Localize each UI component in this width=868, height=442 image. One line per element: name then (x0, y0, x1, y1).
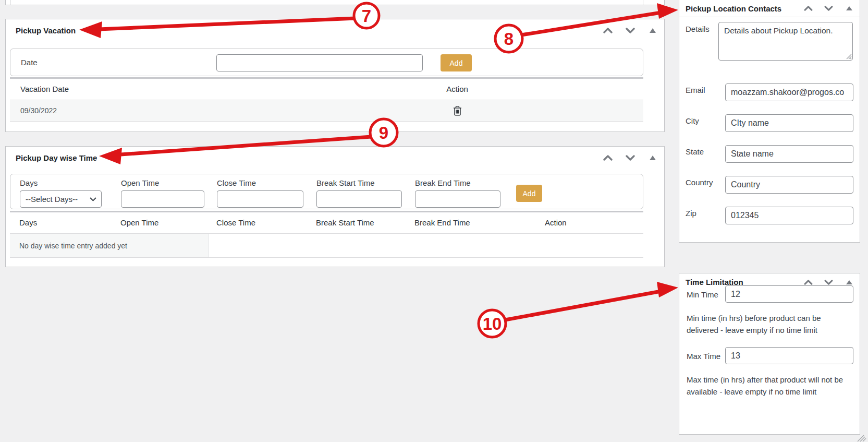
sliver-inner-right-border (643, 0, 643, 5)
date-label: Date (21, 58, 38, 67)
panel-time-limitation: Time Limitation Min Time Min time (in hr… (679, 273, 860, 435)
city-label: City (686, 116, 699, 125)
svg-text:10: 10 (483, 314, 502, 333)
empty-row-text: No day wise time entry added yet (19, 242, 127, 250)
move-down-icon[interactable] (824, 280, 833, 285)
panel-pickup-location-contacts: Pickup Location Contacts Details Details… (679, 0, 860, 243)
col-action: Action (426, 85, 488, 93)
pickup-vacation-title: Pickup Vacation (16, 26, 603, 35)
move-up-icon[interactable] (804, 280, 813, 285)
empty-table-row: No day wise time entry added yet (10, 234, 643, 258)
zip-input[interactable] (725, 207, 853, 224)
break-start-input[interactable] (316, 190, 402, 208)
break-end-label: Break End Time (415, 178, 471, 187)
country-input[interactable] (725, 176, 853, 194)
move-down-icon[interactable] (824, 6, 833, 11)
days-select[interactable]: --Select Days-- (20, 190, 102, 208)
open-time-label: Open Time (121, 178, 159, 187)
max-time-input[interactable] (725, 347, 853, 364)
trash-icon[interactable] (453, 105, 462, 116)
zip-label: Zip (686, 209, 696, 218)
min-time-label: Min Time (687, 290, 718, 299)
vacation-date-value: 09/30/2022 (20, 106, 57, 115)
pickup-vacation-header[interactable]: Pickup Vacation (6, 19, 664, 41)
day-wise-time-form: Days --Select Days-- Open Time Close Tim… (10, 174, 643, 209)
vacation-date-input[interactable] (216, 54, 423, 71)
move-down-icon[interactable] (626, 28, 635, 33)
close-time-label: Close Time (217, 178, 256, 187)
col-vacation-date: Vacation Date (20, 85, 69, 93)
sliver-inner-left-border (10, 0, 10, 5)
day-wise-table-header-row: Days Open Time Close Time Break Start Ti… (10, 212, 643, 234)
col-open-time: Open Time (120, 218, 158, 227)
location-contacts-header[interactable]: Pickup Location Contacts (679, 0, 860, 17)
panel-pickup-vacation: Pickup Vacation Date Add Vacation Date A… (5, 19, 665, 132)
collapse-toggle-icon[interactable] (650, 156, 656, 160)
day-wise-time-header[interactable]: Pickup Day wise Time (6, 147, 664, 169)
max-time-help: Max time (in hrs) after that product wil… (687, 374, 854, 398)
country-label: Country (686, 178, 713, 187)
details-textarea[interactable]: Details about Pickup Location. (718, 22, 853, 61)
email-label: Email (686, 86, 705, 94)
annotation-10: 10 (479, 282, 678, 337)
vacation-date-form: Date Add (10, 49, 643, 76)
vacation-table-header-row: Vacation Date Action (10, 79, 643, 100)
move-up-icon[interactable] (603, 28, 613, 33)
details-label: Details (686, 25, 710, 33)
add-day-wise-time-button[interactable]: Add (516, 185, 542, 202)
move-up-icon[interactable] (603, 155, 613, 161)
close-time-input[interactable] (217, 190, 303, 208)
collapse-toggle-icon[interactable] (846, 280, 852, 284)
collapse-toggle-icon[interactable] (650, 28, 656, 33)
table-row: 09/30/2022 (10, 100, 643, 122)
col-action: Action (545, 218, 567, 227)
min-time-input[interactable] (725, 285, 853, 303)
top-panel-sliver (5, 0, 665, 5)
move-down-icon[interactable] (626, 155, 635, 161)
location-contacts-title: Pickup Location Contacts (686, 4, 804, 13)
max-time-label: Max Time (687, 352, 720, 361)
move-up-icon[interactable] (804, 6, 813, 11)
break-start-label: Break Start Time (316, 178, 375, 187)
day-wise-time-title: Pickup Day wise Time (16, 153, 603, 162)
add-vacation-button[interactable]: Add (441, 54, 472, 71)
delete-vacation-icon-wrap[interactable] (426, 105, 488, 118)
city-input[interactable] (725, 114, 853, 132)
state-input[interactable] (725, 145, 853, 163)
min-time-help: Min time (in hrs) before product can be … (687, 312, 849, 336)
collapse-toggle-icon[interactable] (846, 6, 852, 10)
col-break-start-time: Break Start Time (316, 218, 374, 227)
email-input[interactable] (725, 83, 853, 101)
page-corner-resize-grip-icon (857, 435, 867, 442)
col-days: Days (19, 218, 37, 227)
state-label: State (686, 147, 704, 156)
days-label: Days (20, 178, 38, 187)
break-end-input[interactable] (415, 190, 500, 208)
col-close-time: Close Time (216, 218, 255, 227)
open-time-input[interactable] (121, 190, 204, 208)
panel-pickup-day-wise-time: Pickup Day wise Time Days --Select Days-… (5, 146, 665, 267)
col-break-end-time: Break End Time (414, 218, 470, 227)
